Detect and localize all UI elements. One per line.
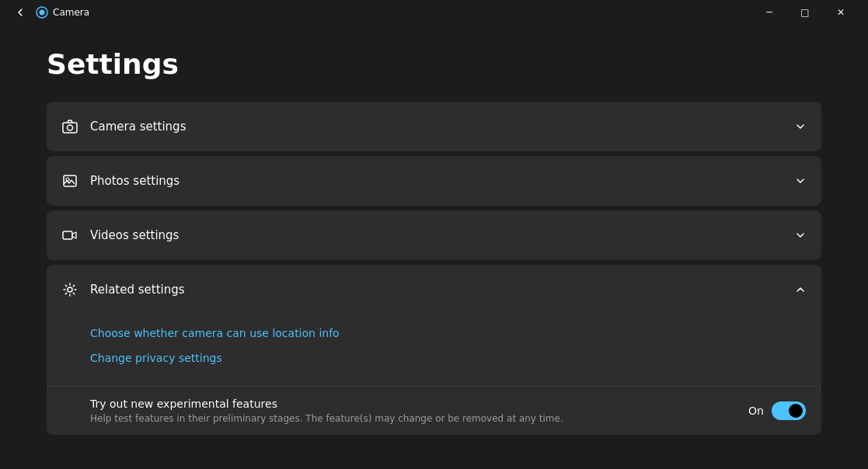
- photos-settings-section: Photos settings: [47, 156, 821, 206]
- camera-settings-section: Camera settings: [47, 102, 821, 151]
- svg-rect-6: [63, 231, 72, 239]
- related-settings-content: Choose whether camera can use location i…: [47, 314, 821, 383]
- experimental-toggle[interactable]: [772, 401, 806, 420]
- page-title: Settings: [47, 48, 821, 80]
- video-icon: [62, 228, 78, 243]
- camera-settings-header[interactable]: Camera settings: [47, 102, 821, 151]
- camera-settings-label: Camera settings: [90, 120, 795, 134]
- related-settings-section: Related settings Choose whether camera c…: [47, 265, 821, 435]
- experimental-features-row: Try out new experimental features Help t…: [47, 386, 821, 435]
- chevron-down-icon: [795, 121, 806, 132]
- photo-icon: [62, 173, 78, 189]
- svg-rect-4: [64, 175, 76, 186]
- toggle-thumb: [789, 404, 803, 418]
- videos-settings-header[interactable]: Videos settings: [47, 210, 821, 260]
- experimental-text: Try out new experimental features Help t…: [90, 398, 748, 424]
- svg-point-1: [40, 10, 45, 16]
- svg-rect-2: [63, 123, 77, 133]
- experimental-title: Try out new experimental features: [90, 398, 748, 410]
- app-icon: [36, 6, 48, 19]
- back-button[interactable]: [9, 2, 31, 23]
- related-settings-label: Related settings: [90, 283, 795, 297]
- maximize-button[interactable]: □: [787, 0, 823, 25]
- experimental-description: Help test features in their preliminary …: [90, 413, 748, 424]
- chevron-down-icon: [795, 230, 806, 241]
- close-button[interactable]: ✕: [823, 0, 859, 25]
- related-settings-header[interactable]: Related settings: [47, 265, 821, 314]
- svg-point-7: [68, 287, 72, 292]
- location-link[interactable]: Choose whether camera can use location i…: [90, 321, 806, 346]
- svg-point-3: [68, 125, 73, 130]
- chevron-up-icon: [795, 284, 806, 295]
- videos-settings-section: Videos settings: [47, 210, 821, 260]
- experimental-toggle-container: On: [748, 401, 806, 420]
- window-controls: ─ □ ✕: [751, 0, 859, 25]
- svg-point-5: [66, 178, 69, 181]
- photos-settings-header[interactable]: Photos settings: [47, 156, 821, 206]
- videos-settings-label: Videos settings: [90, 228, 795, 242]
- chevron-down-icon: [795, 175, 806, 186]
- app-title: Camera: [53, 7, 751, 18]
- camera-icon: [62, 119, 78, 134]
- toggle-on-label: On: [748, 405, 764, 417]
- minimize-button[interactable]: ─: [751, 0, 787, 25]
- gear-icon: [62, 282, 78, 297]
- privacy-link[interactable]: Change privacy settings: [90, 346, 806, 370]
- title-bar: Camera ─ □ ✕: [0, 0, 868, 25]
- settings-content: Settings Camera settings: [0, 25, 868, 469]
- photos-settings-label: Photos settings: [90, 174, 795, 188]
